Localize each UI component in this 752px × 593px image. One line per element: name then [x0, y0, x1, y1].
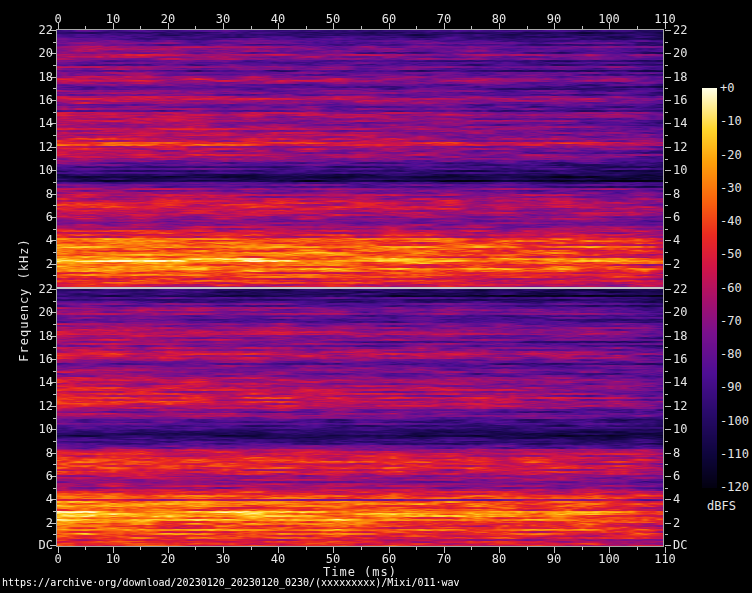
colorbar-tick-label: -80	[720, 348, 752, 360]
y-tick-label-left: 6	[20, 470, 53, 482]
y-tick-label-left: 12	[20, 141, 53, 153]
y-minor-tick-right	[665, 205, 668, 206]
x-tick-label-top: 60	[371, 13, 407, 25]
x-minor-tick-bottom	[85, 547, 86, 550]
x-minor-tick-bottom	[637, 547, 638, 550]
x-tick-label-bottom: 20	[150, 553, 186, 565]
x-tick-label-bottom: 110	[647, 553, 683, 565]
x-tick-label-top: 90	[536, 13, 572, 25]
x-minor-tick-top	[527, 26, 528, 29]
x-tick-label-top: 50	[315, 13, 351, 25]
x-tick-label-bottom: 30	[205, 553, 241, 565]
y-tick-label-right: 8	[673, 447, 706, 459]
y-major-tick-right	[665, 336, 671, 337]
y-tick-label-left: 20	[20, 47, 53, 59]
x-tick-label-bottom: 90	[536, 553, 572, 565]
y-axis-title: Frequency (kHz)	[18, 230, 30, 370]
y-minor-tick-right	[665, 112, 668, 113]
y-tick-label-right: 16	[673, 94, 706, 106]
y-major-tick-right	[665, 30, 671, 31]
x-tick-label-top: 100	[591, 13, 627, 25]
y-minor-tick-right	[665, 252, 668, 253]
y-dc-label-left: DC	[20, 539, 53, 551]
y-tick-label-left: 6	[20, 211, 53, 223]
y-tick-label-right: 16	[673, 353, 706, 365]
channel-separator-line	[57, 287, 664, 289]
y-minor-tick-left	[53, 275, 56, 276]
x-tick-label-top: 80	[481, 13, 517, 25]
colorbar-tick-label: -90	[720, 381, 752, 393]
x-tick-label-top: 30	[205, 13, 241, 25]
y-tick-label-right: 12	[673, 400, 706, 412]
y-major-tick-right	[665, 53, 671, 54]
y-major-tick-right	[665, 217, 671, 218]
y-tick-label-left: 22	[20, 24, 53, 36]
x-minor-tick-top	[416, 26, 417, 29]
y-minor-tick-right	[665, 441, 668, 442]
x-minor-tick-top	[251, 26, 252, 29]
x-minor-tick-bottom	[527, 547, 528, 550]
y-minor-tick-right	[665, 464, 668, 465]
y-tick-label-right: 2	[673, 517, 706, 529]
y-minor-tick-left	[53, 347, 56, 348]
y-minor-tick-left	[53, 488, 56, 489]
y-minor-tick-right	[665, 394, 668, 395]
spectrogram-figure: 0010102020303040405050606070708080909010…	[0, 0, 752, 593]
y-minor-tick-left	[53, 252, 56, 253]
y-minor-tick-left	[53, 324, 56, 325]
y-minor-tick-right	[665, 229, 668, 230]
colorbar-title: dBFS	[707, 500, 736, 512]
y-tick-label-right: 20	[673, 306, 706, 318]
y-minor-tick-right	[665, 135, 668, 136]
x-tick-label-bottom: 100	[591, 553, 627, 565]
y-tick-label-right: 2	[673, 258, 706, 270]
y-minor-tick-left	[53, 88, 56, 89]
y-tick-label-left: 8	[20, 188, 53, 200]
y-tick-label-left: 10	[20, 164, 53, 176]
colorbar-tick-label: -120	[720, 481, 752, 493]
x-tick-label-bottom: 10	[95, 553, 131, 565]
y-minor-tick-left	[53, 42, 56, 43]
colorbar-tick-label: -20	[720, 149, 752, 161]
y-minor-tick-right	[665, 534, 668, 535]
y-minor-tick-left	[53, 182, 56, 183]
y-minor-tick-right	[665, 88, 668, 89]
source-url-text: https://archive·org/download/20230120_20…	[2, 577, 460, 589]
y-tick-label-right: 4	[673, 234, 706, 246]
y-major-tick-right	[665, 453, 671, 454]
y-tick-label-right: 6	[673, 470, 706, 482]
y-tick-label-right: 10	[673, 164, 706, 176]
x-minor-tick-top	[140, 26, 141, 29]
y-minor-tick-right	[665, 42, 668, 43]
x-minor-tick-bottom	[140, 547, 141, 550]
y-minor-tick-left	[53, 534, 56, 535]
x-tick-label-top: 40	[260, 13, 296, 25]
x-tick-label-top: 10	[95, 13, 131, 25]
y-major-tick-right	[665, 406, 671, 407]
y-major-tick-right	[665, 382, 671, 383]
y-minor-tick-left	[53, 65, 56, 66]
y-tick-label-left: 4	[20, 493, 53, 505]
colorbar-tick-label: -70	[720, 315, 752, 327]
y-tick-label-right: 14	[673, 376, 706, 388]
y-tick-label-right: 12	[673, 141, 706, 153]
x-minor-tick-bottom	[471, 547, 472, 550]
colorbar-tick-label: -110	[720, 448, 752, 460]
x-tick-label-bottom: 40	[260, 553, 296, 565]
colorbar-tick-label: -50	[720, 248, 752, 260]
y-major-tick-right	[665, 429, 671, 430]
x-minor-tick-top	[195, 26, 196, 29]
y-major-tick-right	[665, 147, 671, 148]
x-minor-tick-top	[582, 26, 583, 29]
y-minor-tick-right	[665, 65, 668, 66]
y-dc-tick-right	[665, 545, 671, 546]
y-minor-tick-left	[53, 112, 56, 113]
x-tick-label-bottom: 60	[371, 553, 407, 565]
y-major-tick-right	[665, 499, 671, 500]
y-minor-tick-right	[665, 159, 668, 160]
y-tick-label-right: 14	[673, 117, 706, 129]
y-tick-label-left: 8	[20, 447, 53, 459]
y-minor-tick-right	[665, 511, 668, 512]
colorbar-tick-label: -100	[720, 415, 752, 427]
y-tick-label-right: 20	[673, 47, 706, 59]
